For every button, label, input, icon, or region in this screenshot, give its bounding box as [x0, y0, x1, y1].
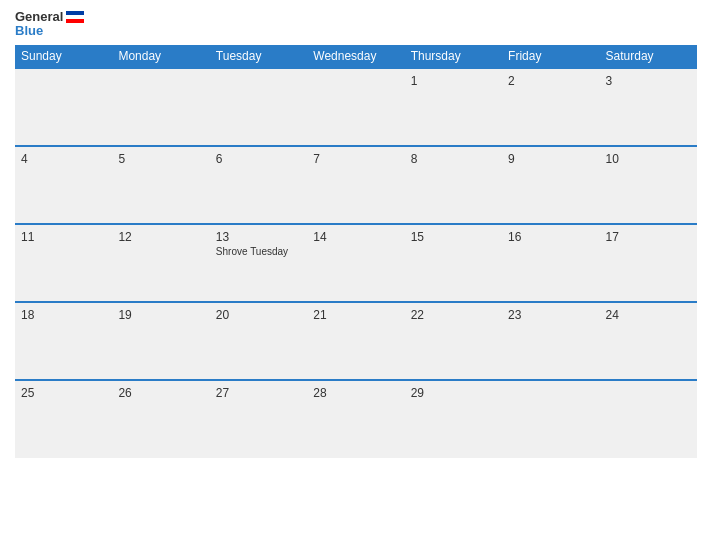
calendar-cell	[502, 380, 599, 458]
header-monday: Monday	[112, 45, 209, 68]
logo-blue-text: Blue	[15, 24, 43, 37]
calendar-cell: 26	[112, 380, 209, 458]
day-number: 17	[606, 230, 691, 244]
logo: General Blue	[15, 10, 84, 37]
day-number: 5	[118, 152, 203, 166]
calendar-cell: 6	[210, 146, 307, 224]
day-number: 2	[508, 74, 593, 88]
calendar-cell	[600, 380, 697, 458]
day-number: 13	[216, 230, 301, 244]
day-number: 8	[411, 152, 496, 166]
calendar-week-row: 18192021222324	[15, 302, 697, 380]
calendar-cell: 12	[112, 224, 209, 302]
day-number: 1	[411, 74, 496, 88]
day-number: 28	[313, 386, 398, 400]
header-saturday: Saturday	[600, 45, 697, 68]
day-number: 12	[118, 230, 203, 244]
calendar-cell: 2	[502, 68, 599, 146]
calendar-cell: 3	[600, 68, 697, 146]
header-friday: Friday	[502, 45, 599, 68]
calendar-cell: 14	[307, 224, 404, 302]
calendar-week-row: 123	[15, 68, 697, 146]
calendar-cell: 1	[405, 68, 502, 146]
calendar-table: Sunday Monday Tuesday Wednesday Thursday…	[15, 45, 697, 458]
day-number: 21	[313, 308, 398, 322]
calendar-cell: 7	[307, 146, 404, 224]
header-wednesday: Wednesday	[307, 45, 404, 68]
day-number: 23	[508, 308, 593, 322]
day-number: 16	[508, 230, 593, 244]
calendar-week-row: 45678910	[15, 146, 697, 224]
calendar-cell: 13Shrove Tuesday	[210, 224, 307, 302]
day-number: 3	[606, 74, 691, 88]
calendar-cell	[15, 68, 112, 146]
calendar-cell: 4	[15, 146, 112, 224]
day-number: 11	[21, 230, 106, 244]
day-number: 18	[21, 308, 106, 322]
header-tuesday: Tuesday	[210, 45, 307, 68]
calendar-cell: 22	[405, 302, 502, 380]
calendar-cell: 23	[502, 302, 599, 380]
header-sunday: Sunday	[15, 45, 112, 68]
calendar-cell: 15	[405, 224, 502, 302]
calendar-cell: 10	[600, 146, 697, 224]
header-thursday: Thursday	[405, 45, 502, 68]
calendar-cell	[307, 68, 404, 146]
calendar-cell: 20	[210, 302, 307, 380]
day-number: 27	[216, 386, 301, 400]
day-number: 19	[118, 308, 203, 322]
calendar-cell: 19	[112, 302, 209, 380]
calendar-cell: 8	[405, 146, 502, 224]
day-number: 9	[508, 152, 593, 166]
calendar-cell: 9	[502, 146, 599, 224]
calendar-cell: 21	[307, 302, 404, 380]
day-number: 20	[216, 308, 301, 322]
calendar-cell: 29	[405, 380, 502, 458]
day-number: 24	[606, 308, 691, 322]
calendar-cell: 5	[112, 146, 209, 224]
logo-general-text: General	[15, 10, 84, 24]
calendar-week-row: 2526272829	[15, 380, 697, 458]
day-number: 25	[21, 386, 106, 400]
day-number: 7	[313, 152, 398, 166]
calendar-cell: 18	[15, 302, 112, 380]
day-number: 22	[411, 308, 496, 322]
day-event: Shrove Tuesday	[216, 246, 301, 257]
calendar-cell: 24	[600, 302, 697, 380]
calendar-cell: 11	[15, 224, 112, 302]
day-number: 26	[118, 386, 203, 400]
calendar-week-row: 111213Shrove Tuesday14151617	[15, 224, 697, 302]
day-number: 29	[411, 386, 496, 400]
day-number: 6	[216, 152, 301, 166]
calendar-page: General Blue Sunday Monday Tuesday Wedne…	[0, 0, 712, 550]
calendar-cell: 28	[307, 380, 404, 458]
logo-flag	[66, 11, 84, 23]
calendar-cell	[112, 68, 209, 146]
day-number: 15	[411, 230, 496, 244]
day-number: 10	[606, 152, 691, 166]
calendar-cell: 16	[502, 224, 599, 302]
calendar-header: General Blue	[15, 10, 697, 37]
weekday-header-row: Sunday Monday Tuesday Wednesday Thursday…	[15, 45, 697, 68]
calendar-cell: 25	[15, 380, 112, 458]
day-number: 4	[21, 152, 106, 166]
day-number: 14	[313, 230, 398, 244]
calendar-cell: 17	[600, 224, 697, 302]
calendar-cell: 27	[210, 380, 307, 458]
calendar-cell	[210, 68, 307, 146]
